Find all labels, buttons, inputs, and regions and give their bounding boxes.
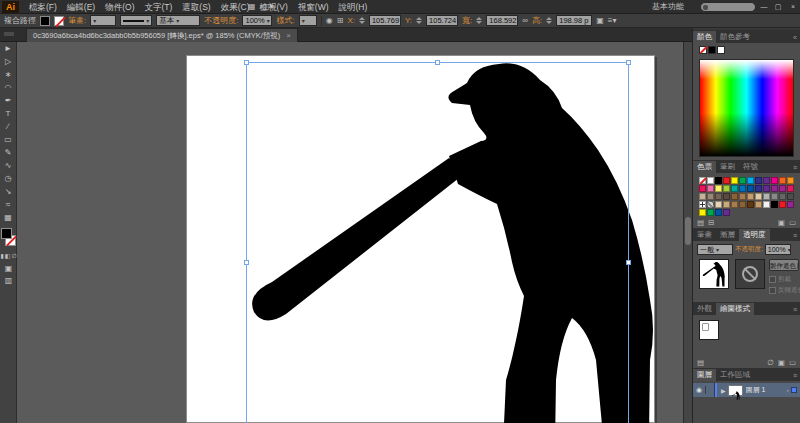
expand-layer-icon[interactable]: ▶ (721, 387, 726, 394)
black-color-swatch[interactable] (708, 46, 716, 54)
invert-mask-checkbox[interactable] (769, 287, 776, 294)
minimize-button[interactable]: — (758, 1, 770, 12)
selection-tool[interactable]: ► (0, 42, 16, 55)
swatch[interactable] (707, 209, 714, 216)
height-field[interactable]: 198.98 p (556, 15, 592, 26)
width-profile-field[interactable]: ▾ (120, 15, 152, 26)
swatch[interactable] (739, 201, 746, 208)
swatch[interactable] (715, 185, 722, 192)
swatch[interactable] (787, 193, 794, 200)
swatch[interactable] (771, 177, 778, 184)
swatch[interactable] (779, 177, 786, 184)
tab-transparency[interactable]: 透明度 (739, 229, 770, 241)
swatch[interactable] (787, 177, 794, 184)
swatch[interactable] (723, 201, 730, 208)
swatch[interactable] (723, 209, 730, 216)
swatch[interactable] (771, 193, 778, 200)
swatch[interactable] (779, 193, 786, 200)
selection-handle-mid-right[interactable] (626, 260, 631, 265)
swatch[interactable] (731, 185, 738, 192)
default-graphic-style[interactable] (699, 320, 719, 340)
swatch[interactable] (715, 193, 722, 200)
swatch[interactable] (707, 201, 714, 208)
swatch[interactable] (763, 177, 770, 184)
tab-swatches[interactable]: 色票 (693, 161, 716, 173)
clip-checkbox[interactable] (769, 276, 776, 283)
x-field[interactable]: 105.769 (369, 15, 401, 26)
color-group-icon[interactable]: ⊟ (708, 218, 714, 227)
transform-panel-icon[interactable]: ▣ (596, 16, 604, 25)
swatch[interactable] (747, 177, 754, 184)
align-panel-icon[interactable]: ≡▾ (608, 16, 617, 25)
swatch[interactable] (715, 177, 722, 184)
menu-item[interactable]: 檢視(V) (255, 0, 293, 14)
swatch[interactable] (755, 185, 762, 192)
height-stepper[interactable] (546, 17, 552, 24)
swatch[interactable] (723, 185, 730, 192)
tab-color-guide[interactable]: 顏色參考 (716, 31, 754, 43)
mesh-tool[interactable]: ▦ (0, 211, 16, 224)
swatch[interactable] (731, 201, 738, 208)
tab-gradient[interactable]: 漸層 (716, 229, 739, 241)
stroke-color-swatch[interactable] (54, 16, 64, 26)
swatch[interactable] (755, 177, 762, 184)
rectangle-tool[interactable]: ▭ (0, 133, 16, 146)
screen-mode-icon[interactable]: ▥ (0, 276, 17, 285)
menu-item[interactable]: 視窗(W) (293, 0, 334, 14)
fill-stroke-indicator[interactable] (0, 228, 17, 248)
swatch[interactable] (763, 201, 770, 208)
swatch[interactable] (699, 201, 706, 208)
paintbrush-tool[interactable]: ✎ (0, 146, 16, 159)
blend-mode-select[interactable]: 一般▾ (697, 244, 733, 255)
tab-symbols[interactable]: 符號 (739, 161, 762, 173)
opacity-label[interactable]: 不透明度: (735, 245, 763, 254)
new-swatch-icon[interactable]: ▣ (778, 218, 785, 227)
rotate-tool[interactable]: ◷ (0, 172, 16, 185)
pencil-tool[interactable]: ∿ (0, 159, 16, 172)
swatch[interactable] (747, 185, 754, 192)
swatch[interactable] (699, 193, 706, 200)
layer-name[interactable]: 圖層 1 (746, 385, 787, 395)
close-document-icon[interactable]: × (286, 31, 291, 40)
swatch[interactable] (699, 209, 706, 216)
swatch[interactable] (755, 201, 762, 208)
tab-graphic-styles[interactable]: 繪圖樣式 (716, 303, 754, 315)
new-style-icon[interactable]: ▣ (778, 358, 785, 367)
width-stepper[interactable] (476, 17, 482, 24)
line-segment-tool[interactable]: ∕ (0, 120, 16, 133)
swatch[interactable] (771, 201, 778, 208)
selection-handle-top-left[interactable] (244, 60, 249, 65)
restore-button[interactable]: ▢ (772, 1, 784, 12)
stroke-label[interactable]: 筆畫: (68, 15, 86, 26)
lock-column[interactable] (706, 383, 715, 397)
swatch[interactable] (755, 193, 762, 200)
swatch[interactable] (787, 185, 794, 192)
magic-wand-tool[interactable]: ∗ (0, 68, 16, 81)
none-mode-icon[interactable]: ∅ (11, 252, 16, 259)
document-tab[interactable]: 0c3690a6bca4bd6bc3dabb0b5b956059 [轉換].ep… (26, 28, 298, 42)
selection-handle-mid-left[interactable] (244, 260, 249, 265)
vertical-scrollbar[interactable] (683, 42, 692, 423)
collapse-panels-icon[interactable]: « (793, 34, 797, 41)
search-input[interactable] (700, 2, 756, 12)
arrange-documents-icon[interactable]: ▦ (248, 2, 256, 11)
batter-silhouette-artwork[interactable] (186, 42, 686, 423)
link-dimensions-icon[interactable]: ∞ (522, 16, 528, 25)
swatch[interactable] (723, 193, 730, 200)
draw-mode-icon[interactable]: ▣ (0, 264, 17, 273)
selection-handle-top-mid[interactable] (435, 60, 440, 65)
menu-item[interactable]: 選取(S) (177, 0, 215, 14)
layer-row[interactable]: ◉ ▶ 圖層 1 ◦ (693, 383, 800, 397)
menu-item[interactable]: 物件(O) (100, 0, 139, 14)
delete-style-icon[interactable]: ▭ (789, 358, 796, 367)
panel-menu-icon[interactable]: ≡ (793, 164, 797, 171)
style-libraries-icon[interactable]: ▤ (697, 358, 704, 367)
close-button[interactable]: × (787, 1, 799, 12)
menu-item[interactable]: 文字(T) (139, 0, 177, 14)
gradient-mode-icon[interactable]: ◧ (5, 252, 11, 259)
selection-handle-top-right[interactable] (626, 60, 631, 65)
recolor-artwork-icon[interactable]: ◉ (326, 16, 333, 25)
break-link-style-icon[interactable]: ∅ (767, 358, 774, 367)
visibility-eye-icon[interactable]: ◉ (693, 386, 706, 394)
delete-swatch-icon[interactable]: ▭ (789, 218, 796, 227)
